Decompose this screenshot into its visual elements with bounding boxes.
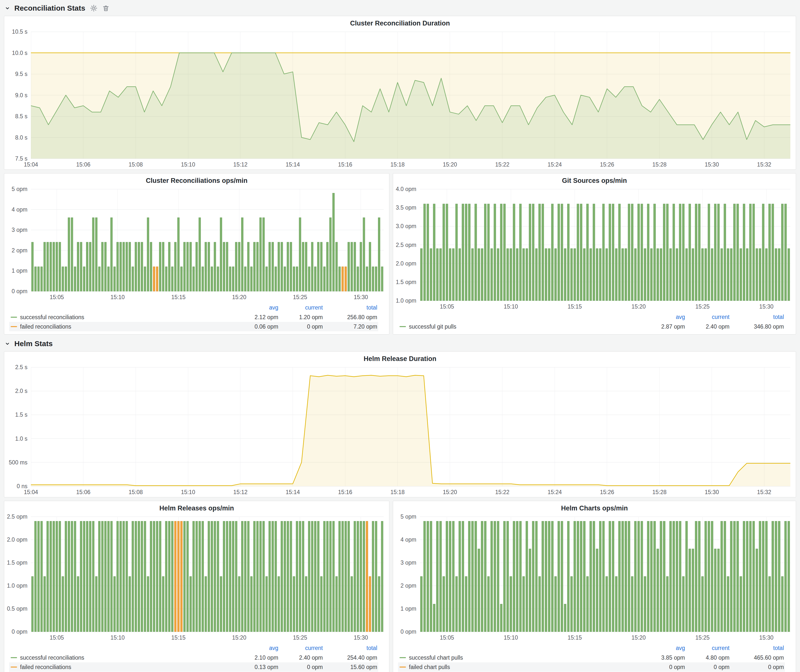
legend-col-avg[interactable]: avg — [230, 304, 279, 311]
bar — [159, 242, 161, 291]
bar — [71, 521, 73, 632]
bar — [692, 249, 694, 301]
cluster-reconciliation-duration-chart[interactable]: 10.5 s10.0 s9.5 s9.0 s8.5 s8.0 s7.5 s15:… — [4, 28, 796, 170]
y-tick-label: 9.0 s — [15, 92, 27, 98]
bar — [772, 521, 774, 632]
bar — [551, 204, 554, 301]
x-tick-label: 15:30 — [705, 489, 719, 495]
legend-col-avg[interactable]: avg — [637, 314, 686, 320]
x-tick-label: 15:08 — [129, 489, 143, 495]
legend-col-current[interactable]: current — [686, 314, 731, 320]
y-tick-label: 10.0 s — [12, 50, 27, 56]
bar — [208, 521, 210, 632]
bar — [590, 521, 592, 632]
bar — [539, 204, 541, 301]
helm-releases-chart[interactable]: 0 opm0.5 opm1.0 opm1.5 opm2.0 opm2.5 opm… — [4, 513, 389, 643]
bar — [481, 521, 483, 632]
legend-item[interactable]: failed reconciliations0.13 opm0 opm15.60… — [9, 662, 378, 672]
legend-item[interactable]: successful git pulls2.87 opm2.40 opm346.… — [398, 322, 785, 331]
bar — [491, 521, 493, 632]
helm-charts-chart[interactable]: 0 opm1 opm2 opm3 opm4 opm5 opm15:0515:10… — [393, 513, 796, 643]
bar — [443, 576, 445, 632]
legend-item[interactable]: successful chart pulls3.85 opm4.80 opm46… — [398, 653, 785, 662]
section-header-helm-stats[interactable]: Helm Stats — [5, 338, 796, 349]
panel-title[interactable]: Cluster Reconciliation Duration — [4, 16, 796, 28]
legend-series-name: successful git pulls — [409, 323, 456, 330]
gear-icon[interactable] — [90, 4, 98, 12]
bar — [702, 576, 704, 632]
legend-col-total[interactable]: total — [324, 645, 378, 651]
bar — [510, 249, 512, 301]
y-tick-label: 5 opm — [12, 186, 27, 192]
bar — [74, 521, 76, 632]
bar — [638, 521, 640, 632]
bar — [615, 249, 617, 301]
bar — [74, 267, 76, 291]
legend-col-current[interactable]: current — [279, 304, 324, 311]
legend-item[interactable]: successful reconciliations2.10 opm2.40 o… — [9, 653, 378, 662]
bar — [513, 521, 515, 632]
bar — [241, 218, 243, 291]
bar — [375, 521, 377, 632]
legend-item[interactable]: failed reconciliations0.06 opm0 opm7.20 … — [9, 322, 378, 331]
y-tick-label: 0 ns — [17, 483, 27, 490]
bar — [168, 242, 170, 291]
bar — [599, 249, 602, 301]
bar — [583, 249, 585, 301]
bar — [381, 521, 383, 632]
bar — [47, 242, 49, 291]
panel-title[interactable]: Helm Release Duration — [4, 352, 796, 364]
bar — [436, 249, 438, 301]
bar — [679, 204, 681, 301]
panel-title[interactable]: Cluster Reconciliations ops/min — [4, 173, 389, 186]
legend-col-total[interactable]: total — [731, 645, 785, 651]
bar — [110, 521, 112, 632]
bar — [532, 204, 534, 301]
legend-item[interactable]: failed chart pulls0 opm0 opm0 opm — [398, 662, 785, 672]
bar — [721, 249, 723, 301]
trash-icon[interactable] — [102, 5, 110, 12]
bar — [369, 242, 371, 291]
helm-release-duration-chart[interactable]: 2.5 s2.0 s1.5 s1.0 s500 ms0 ns15:0415:06… — [4, 364, 796, 497]
bar — [497, 521, 499, 632]
bar — [220, 218, 222, 291]
bar — [570, 576, 573, 632]
cluster-reconciliations-chart[interactable]: 0 opm1 opm2 opm3 opm4 opm5 opm15:0515:10… — [4, 186, 389, 302]
panel-title[interactable]: Helm Releases ops/min — [4, 501, 389, 513]
bar — [574, 249, 576, 301]
bar — [330, 521, 331, 632]
legend-col-current[interactable]: current — [686, 645, 731, 651]
bar — [526, 249, 528, 301]
bar — [187, 521, 189, 632]
panel-title[interactable]: Git Sources ops/min — [393, 173, 796, 186]
legend-col-total[interactable]: total — [731, 314, 785, 320]
bar — [424, 204, 426, 301]
legend-col-current[interactable]: current — [279, 645, 324, 651]
bar — [132, 521, 134, 632]
bar — [590, 249, 592, 301]
bar — [181, 521, 182, 632]
panel-title[interactable]: Helm Charts ops/min — [393, 501, 796, 513]
bar — [62, 267, 64, 291]
legend-col-total[interactable]: total — [324, 304, 378, 311]
git-sources-chart[interactable]: 4.0 opm3.5 opm3.0 opm2.5 opm2.0 opm1.5 o… — [393, 186, 796, 312]
legend-col-avg[interactable]: avg — [637, 645, 686, 651]
bar — [759, 249, 761, 301]
bar — [342, 267, 344, 291]
bar — [752, 204, 755, 301]
bar — [615, 576, 617, 632]
bar — [326, 242, 328, 291]
y-tick-label: 3 opm — [12, 227, 27, 233]
bar — [523, 576, 525, 632]
section-header-reconciliation-stats[interactable]: Reconciliation Stats — [5, 2, 796, 14]
x-tick-label: 15:26 — [600, 161, 614, 168]
legend-item[interactable]: successful reconciliations2.12 opm1.20 o… — [9, 312, 378, 322]
bar — [290, 242, 292, 291]
bar — [475, 521, 477, 632]
y-tick-label: 1.0 opm — [396, 298, 416, 304]
bar — [381, 267, 383, 291]
bar — [737, 521, 739, 632]
y-tick-label: 1.5 opm — [396, 279, 416, 285]
bar — [95, 218, 97, 291]
legend-col-avg[interactable]: avg — [230, 645, 279, 651]
